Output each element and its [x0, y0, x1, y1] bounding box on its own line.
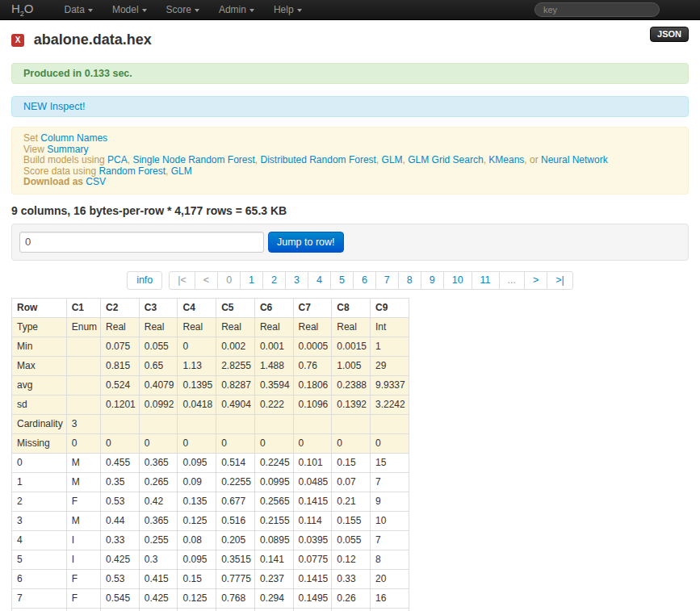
column-header: C4 [178, 298, 216, 317]
cell: 0.3 [139, 550, 178, 569]
cell: 7 [370, 530, 409, 550]
cell: 0.237 [254, 569, 293, 588]
page-title: abalone.data.hex [34, 31, 152, 48]
page-3[interactable]: 3 [285, 272, 308, 289]
cell: 0.4079 [139, 375, 178, 395]
row-label: 1 [12, 472, 67, 492]
cell: 1 [370, 337, 409, 356]
row-label: avg [12, 375, 67, 395]
cell: 0.2388 [332, 375, 371, 395]
page-2[interactable]: 2 [262, 272, 285, 289]
data-table-row: 0M0.4550.3650.0950.5140.22450.1010.1515 [12, 453, 409, 472]
navbar-menu-admin[interactable]: Admin [209, 4, 264, 15]
data-table-row: 5I0.4250.30.0950.35150.1410.07750.128 [12, 550, 409, 569]
cell: 0 [178, 337, 216, 356]
cell: 0.7775 [216, 569, 255, 588]
page-6[interactable]: 6 [353, 272, 375, 289]
action-link[interactable]: Random Forest [99, 165, 166, 177]
close-icon[interactable]: X [11, 34, 24, 47]
cell: 0.415 [139, 569, 178, 588]
page-next[interactable]: > [524, 272, 547, 289]
jump-to-row-well: Jump to row! [11, 224, 689, 261]
row-label: 2 [12, 492, 67, 511]
cell: 0.1201 [101, 395, 140, 414]
column-header: C2 [101, 298, 140, 317]
page-11[interactable]: 11 [472, 272, 499, 289]
cell: 0.42 [139, 492, 178, 511]
cell: 0.455 [101, 453, 140, 472]
cell: 0 [370, 433, 409, 453]
cell: M [66, 511, 100, 530]
json-button[interactable]: JSON [650, 27, 689, 42]
navbar: H2O DataModelScoreAdminHelp [0, 0, 700, 20]
page-8[interactable]: 8 [398, 272, 421, 289]
page-content: X abalone.data.hex JSON Produced in 0.13… [0, 31, 700, 611]
action-link[interactable]: Distributed Random Forest [261, 154, 376, 165]
key-search-input[interactable] [534, 2, 660, 17]
navbar-menu-data[interactable]: Data [55, 4, 103, 15]
page-prev: < [195, 272, 217, 289]
cell [178, 414, 216, 433]
cell: 0.33 [101, 530, 140, 550]
cell: 20 [370, 569, 409, 588]
page-7[interactable]: 7 [375, 272, 398, 289]
cell: 0.0418 [178, 395, 216, 414]
cell: 0.545 [101, 588, 140, 608]
info-button[interactable]: info [127, 271, 162, 290]
cell: 0.365 [139, 511, 178, 530]
action-link[interactable]: CSV [86, 176, 106, 187]
cell: 0.165 [332, 608, 371, 611]
action-link[interactable]: GLM [171, 165, 192, 177]
cell: 0.37 [139, 608, 178, 611]
navbar-menu-help[interactable]: Help [264, 4, 312, 15]
cell: M [66, 453, 100, 472]
cell: 0.095 [178, 550, 216, 569]
page-1[interactable]: 1 [240, 272, 262, 289]
action-link[interactable]: KMeans [488, 154, 524, 165]
column-header: C7 [293, 298, 332, 317]
cell: 3 [66, 414, 100, 433]
cell: 9 [370, 492, 409, 511]
row-label: Type [12, 317, 67, 337]
column-header: C6 [254, 298, 293, 317]
cell: 2.8255 [216, 356, 255, 375]
row-label: 6 [12, 569, 67, 588]
chevron-down-icon [88, 9, 93, 12]
table-body: TypeEnumRealRealRealRealRealRealRealIntM… [12, 317, 409, 611]
navbar-menu-score[interactable]: Score [157, 4, 209, 15]
cell: 0.222 [254, 395, 293, 414]
page-4[interactable]: 4 [308, 272, 330, 289]
action-link[interactable]: GLM Grid Search [408, 154, 483, 165]
cell: 0.15 [332, 453, 371, 472]
action-link[interactable]: Summary [47, 144, 88, 155]
cell: 0.0395 [293, 530, 332, 550]
navbar-menu-label: Score [166, 4, 191, 15]
jump-to-row-button[interactable]: Jump to row! [268, 232, 344, 253]
logo-text: H [11, 2, 20, 15]
row-label: 5 [12, 550, 67, 569]
action-link[interactable]: Column Names [40, 132, 107, 144]
page-5[interactable]: 5 [330, 272, 353, 289]
cell: 0.21 [332, 492, 371, 511]
cell: I [66, 530, 100, 550]
data-table: RowC1C2C3C4C5C6C7C8C9 TypeEnumRealRealRe… [11, 298, 409, 611]
cell: 0.4904 [216, 395, 255, 414]
action-link[interactable]: PCA [107, 154, 128, 165]
h2o-logo[interactable]: H2O [11, 2, 34, 18]
cell: 0.0992 [139, 395, 178, 414]
cell: 0.1392 [332, 395, 371, 414]
cell: 0.0485 [293, 472, 332, 492]
action-link[interactable]: Single Node Random Forest [132, 154, 254, 165]
page-last[interactable]: >| [547, 272, 572, 289]
new-inspect-link[interactable]: NEW Inspect! [23, 101, 85, 112]
cell [66, 375, 100, 395]
action-link[interactable]: Neural Network [541, 154, 608, 165]
navbar-menu-model[interactable]: Model [103, 4, 157, 15]
page-9[interactable]: 9 [421, 272, 443, 289]
jump-to-row-input[interactable] [19, 232, 264, 253]
stat-table-row: Cardinality3 [12, 414, 409, 433]
page-10[interactable]: 10 [443, 272, 472, 289]
stat-table-row: TypeEnumRealRealRealRealRealRealRealInt [12, 317, 409, 337]
action-link[interactable]: GLM [382, 154, 403, 165]
navbar-menu-label: Help [274, 4, 294, 15]
